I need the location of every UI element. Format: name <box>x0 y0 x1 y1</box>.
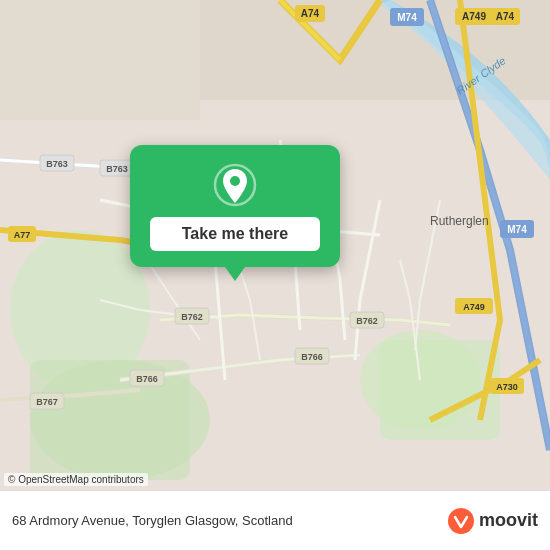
svg-rect-4 <box>30 360 190 480</box>
location-pin-icon <box>213 163 257 207</box>
svg-text:A749: A749 <box>462 11 486 22</box>
svg-text:A74: A74 <box>496 11 515 22</box>
location-popup: Take me there <box>130 145 340 267</box>
svg-rect-5 <box>380 340 500 440</box>
svg-text:A74: A74 <box>301 8 320 19</box>
svg-text:B763: B763 <box>46 159 68 169</box>
svg-text:A749: A749 <box>463 302 485 312</box>
svg-text:B767: B767 <box>36 397 58 407</box>
moovit-brand-text: moovit <box>479 510 538 531</box>
address-text: 68 Ardmory Avenue, Toryglen Glasgow, Sco… <box>12 513 447 528</box>
svg-point-42 <box>230 176 240 186</box>
svg-rect-6 <box>0 0 200 120</box>
svg-text:M74: M74 <box>397 12 417 23</box>
svg-point-43 <box>448 508 474 534</box>
svg-text:Rutherglen: Rutherglen <box>430 214 489 228</box>
svg-text:B766: B766 <box>301 352 323 362</box>
svg-text:B766: B766 <box>136 374 158 384</box>
svg-text:B763: B763 <box>106 164 128 174</box>
footer: 68 Ardmory Avenue, Toryglen Glasgow, Sco… <box>0 490 550 550</box>
map-attribution: © OpenStreetMap contributors <box>4 473 148 486</box>
svg-text:A77: A77 <box>14 230 31 240</box>
moovit-logo-icon <box>447 507 475 535</box>
svg-text:A730: A730 <box>496 382 518 392</box>
svg-text:M74: M74 <box>507 224 527 235</box>
svg-text:B762: B762 <box>356 316 378 326</box>
take-me-there-button[interactable]: Take me there <box>150 217 320 251</box>
svg-text:B762: B762 <box>181 312 203 322</box>
map-container: M74 A74 A749 M74 A74 B763 B763 A77 B766 … <box>0 0 550 490</box>
moovit-logo: moovit <box>447 507 538 535</box>
